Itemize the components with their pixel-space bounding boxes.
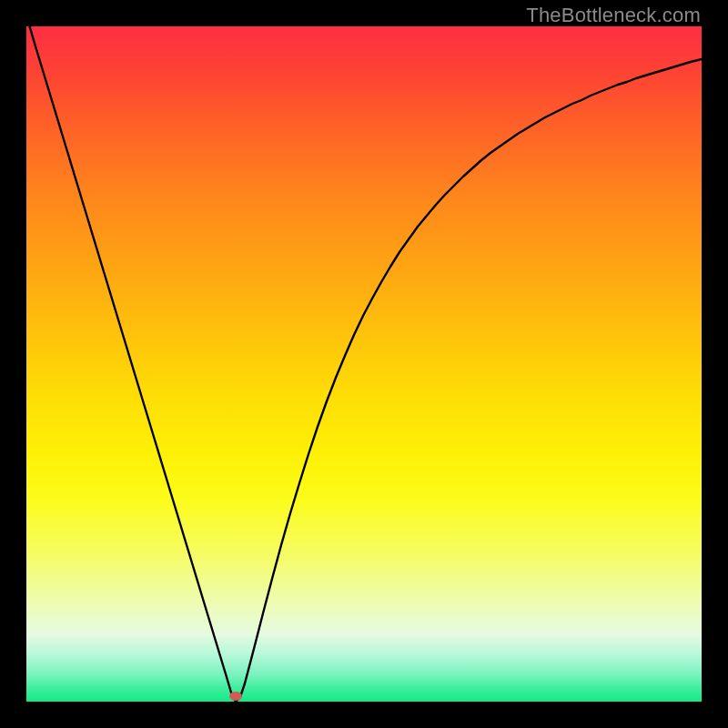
bottleneck-curve: [26, 26, 702, 702]
watermark-text: TheBottleneck.com: [526, 4, 701, 27]
optimum-marker: [229, 692, 242, 701]
plot-area: [26, 26, 702, 702]
chart-frame: TheBottleneck.com: [0, 0, 728, 728]
